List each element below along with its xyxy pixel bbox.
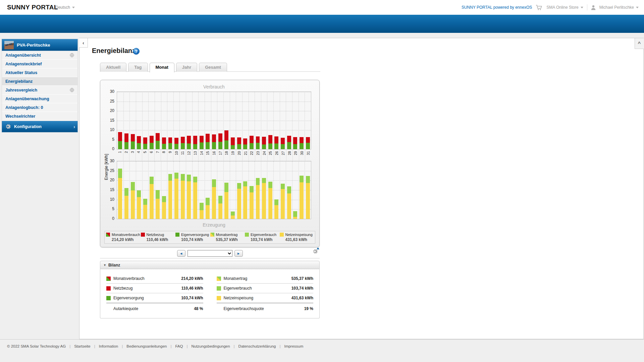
energy-chart-panel: Verbrauch 051015202530 12345678910111213…: [100, 80, 320, 247]
footer-link-faq[interactable]: FAQ: [175, 344, 183, 348]
row-swatch: [106, 296, 111, 300]
month-select[interactable]: [187, 250, 232, 257]
separator: |: [279, 344, 280, 348]
bar-segment-netzbezug: [118, 132, 122, 141]
x-tick-label: 1: [118, 151, 122, 153]
sidebar-item-anlagenuebersicht[interactable]: Anlagenübersicht: [2, 51, 77, 60]
gridline: [230, 161, 230, 219]
gridline: [198, 150, 199, 161]
footer-link-startseite[interactable]: Startseite: [74, 344, 91, 348]
bar-segment-netzeinspeisung: [268, 188, 272, 219]
x-tick-label: 2: [124, 151, 128, 153]
gridline: [161, 150, 161, 161]
scroll-top-button[interactable]: ^: [635, 38, 644, 49]
sidebar-item-jahresvergleich[interactable]: Jahresvergleich: [2, 86, 77, 95]
plant-header[interactable]: PVA-Perlitschke: [2, 39, 78, 51]
user-icon: [591, 5, 596, 10]
sidebar-item-anlagenueberwachung[interactable]: Anlagenüberwachung: [2, 95, 77, 103]
sidebar-item-anlagenlogbuch[interactable]: Anlagenlogbuch: 0: [2, 103, 77, 112]
bar-segment-netzbezug: [124, 133, 128, 142]
y-tick-label: 30: [110, 89, 114, 94]
gridline: [274, 150, 274, 161]
language-selector[interactable]: Deutsch: [55, 5, 75, 10]
collapse-sidebar-button[interactable]: ‹: [79, 38, 88, 48]
gridline: [286, 150, 286, 161]
x-tick-label: 10: [174, 151, 178, 155]
sidebar-item-wechselrichter[interactable]: Wechselrichter: [2, 112, 77, 121]
tab-jahr[interactable]: Jahr: [176, 63, 197, 72]
bar-segment-eigenverbrauch: [287, 186, 291, 193]
gridline: [280, 161, 280, 219]
x-tick-label: 15: [206, 151, 210, 155]
legend-label: Monatsertrag: [216, 233, 238, 237]
gridline: [242, 161, 243, 219]
gridline: [167, 161, 167, 219]
gridline: [223, 150, 224, 161]
gridline: [236, 150, 236, 161]
bar-segment-eigenverbrauch: [137, 190, 141, 197]
gridline: [305, 92, 305, 149]
bar-segment-netzbezug: [137, 136, 141, 143]
language-label: Deutsch: [55, 5, 70, 10]
bar-segment-netzbezug: [131, 134, 135, 141]
gridline: [192, 92, 193, 149]
footer-link-impressum[interactable]: Impressum: [284, 344, 303, 348]
row-label: Eigenversorgung: [113, 296, 181, 300]
chart-settings-icon[interactable]: [312, 248, 319, 255]
tab-monat[interactable]: Monat: [150, 63, 174, 72]
bar-segment-netzbezug: [243, 138, 247, 144]
bar-segment-netzbezug: [168, 137, 172, 143]
bar-segment-eigenverbrauch: [181, 174, 185, 180]
user-menu[interactable]: Michael Perlitschke: [599, 5, 639, 10]
legend-swatch: [175, 233, 179, 237]
gridline: [161, 161, 161, 219]
separator: |: [69, 344, 70, 348]
powered-by-link[interactable]: SUNNY PORTAL powered by ennexOS: [462, 5, 532, 10]
tab-aktuell[interactable]: Aktuell: [100, 63, 126, 72]
previous-month-button[interactable]: ◀: [177, 250, 185, 257]
gridline: [148, 150, 149, 161]
gridline: [280, 150, 280, 161]
bar-segment-eigenversorgung: [218, 142, 222, 149]
tab-gesamt[interactable]: Gesamt: [199, 63, 227, 72]
tab-tag[interactable]: Tag: [128, 63, 148, 72]
gridline: [292, 150, 293, 161]
x-tick-label: 6: [149, 151, 153, 153]
bar-segment-netzeinspeisung: [137, 197, 141, 219]
bar-segment-netzbezug: [212, 134, 216, 142]
sma-online-store-link[interactable]: SMA Online Store: [546, 5, 583, 10]
gridline: [255, 161, 255, 219]
bar-segment-netzbezug: [300, 137, 304, 143]
bar-segment-eigenversorgung: [174, 144, 178, 149]
sidebar-item-energiebilanz[interactable]: Energiebilanz: [2, 77, 77, 86]
chevron-down-icon: [72, 7, 75, 8]
row-swatch: [217, 277, 221, 281]
summary-value: 19 %: [304, 306, 313, 311]
footer-link-information[interactable]: Information: [99, 344, 118, 348]
chevron-down-icon: [636, 7, 639, 8]
bar-segment-netzeinspeisung: [293, 217, 297, 219]
next-month-button[interactable]: ▶: [234, 250, 243, 257]
footer-link-bedienungsanleitungen[interactable]: Bedienungsanleitungen: [126, 344, 167, 348]
x-tick-label: 8: [162, 151, 166, 153]
bilanz-header[interactable]: ▼ Bilanz: [100, 261, 320, 269]
table-row: Netzbezug 110,46 kWh: [106, 284, 203, 293]
gridline: [299, 150, 299, 161]
bar-segment-netzeinspeisung: [218, 203, 222, 219]
bar-segment-eigenverbrauch: [268, 182, 272, 188]
sidebar-item-aktueller-status[interactable]: Aktueller Status: [2, 68, 77, 77]
bilanz-panel: ▼ Bilanz Monatsverbrauch 214,20 kWh Netz…: [100, 261, 320, 318]
bar-segment-eigenversorgung: [150, 143, 154, 149]
footer-link-datenschutzerklaerung[interactable]: Datenschutzerklärung: [238, 344, 276, 348]
sidebar-item-anlagensteckbrief[interactable]: Anlagensteckbrief: [2, 60, 77, 68]
help-icon[interactable]: ?: [133, 48, 140, 55]
gridline: [273, 161, 274, 219]
footer: © 2022 SMA Solar Technology AG | Startse…: [0, 339, 644, 362]
gridline: [305, 150, 305, 161]
sidebar-item-konfiguration[interactable]: Konfiguration ›: [2, 121, 78, 132]
legend-swatch: [141, 233, 145, 237]
bar-segment-eigenverbrauch: [124, 188, 128, 196]
x-tick-label: 13: [193, 151, 197, 155]
footer-link-nutzungsbedingungen[interactable]: Nutzungsbedingungen: [191, 344, 230, 348]
bar-segment-eigenverbrauch: [143, 199, 147, 204]
